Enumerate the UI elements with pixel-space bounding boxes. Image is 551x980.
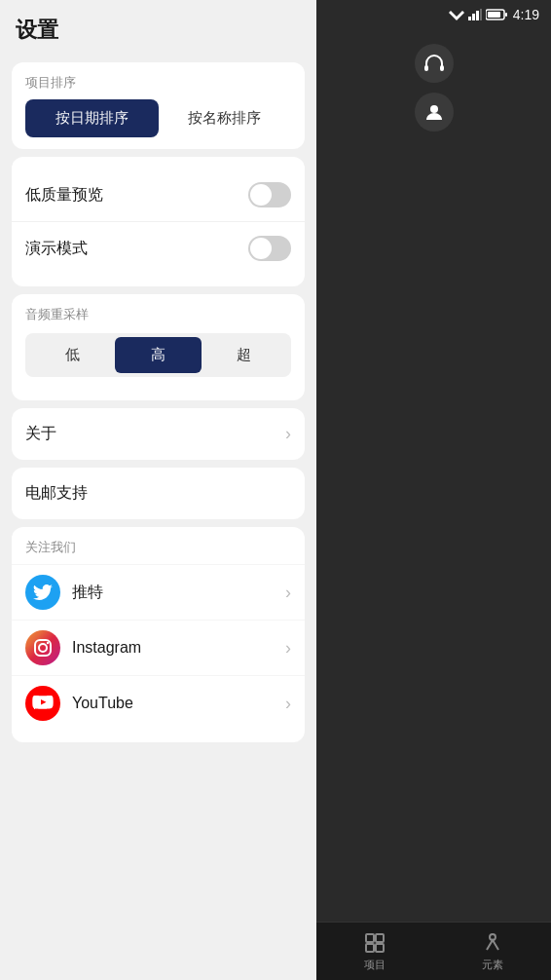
sort-by-date-button[interactable]: 按日期排序	[25, 99, 159, 137]
status-bar: 4:19	[316, 0, 551, 29]
audio-low-button[interactable]: 低	[29, 337, 115, 373]
email-row[interactable]: 电邮支持	[12, 468, 305, 519]
svg-rect-11	[424, 65, 428, 71]
instagram-row[interactable]: Instagram ›	[12, 620, 305, 675]
settings-panel: 设置 项目排序 按日期排序 按名称排序 低质量预览 演示模式 音频重采样 低 高…	[0, 0, 316, 980]
youtube-icon	[25, 686, 60, 721]
toggles-section: 低质量预览 演示模式	[12, 157, 305, 286]
low-quality-toggle[interactable]	[248, 182, 291, 207]
youtube-label: YouTube	[72, 695, 285, 712]
twitter-icon	[25, 575, 60, 610]
demo-mode-toggle[interactable]	[248, 236, 291, 261]
demo-mode-row: 演示模式	[12, 221, 305, 275]
youtube-row[interactable]: YouTube ›	[12, 675, 305, 731]
svg-rect-2	[472, 14, 475, 20]
svg-rect-7	[505, 13, 507, 17]
svg-point-13	[430, 105, 438, 113]
nav-projects-label: 项目	[364, 958, 386, 972]
instagram-icon	[25, 630, 60, 665]
audio-buttons-group: 低 高 超	[25, 333, 291, 377]
headphone-icon-circle[interactable]	[415, 44, 454, 83]
twitter-chevron-icon: ›	[285, 583, 291, 603]
nav-item-projects[interactable]: 项目	[363, 931, 386, 972]
twitter-row[interactable]: 推特 ›	[12, 564, 305, 620]
svg-marker-0	[449, 11, 464, 20]
low-quality-label: 低质量预览	[25, 185, 103, 206]
sort-section: 项目排序 按日期排序 按名称排序	[12, 62, 305, 149]
audio-section: 音频重采样 低 高 超	[12, 294, 305, 400]
svg-rect-16	[366, 944, 374, 952]
audio-high-button[interactable]: 高	[115, 337, 201, 373]
follow-section: 关注我们 推特 › Instagram ›	[12, 527, 305, 742]
audio-ultra-button[interactable]: 超	[202, 337, 287, 373]
about-label: 关于	[25, 424, 56, 444]
audio-section-label: 音频重采样	[25, 306, 291, 323]
sort-section-label: 项目排序	[12, 74, 305, 99]
sort-buttons-group: 按日期排序 按名称排序	[12, 99, 305, 137]
svg-rect-4	[480, 9, 482, 20]
follow-section-label: 关注我们	[12, 539, 305, 564]
status-time: 4:19	[513, 7, 539, 22]
svg-rect-6	[488, 12, 500, 18]
svg-rect-1	[468, 17, 471, 20]
page-title: 设置	[0, 0, 316, 55]
nav-item-elements[interactable]: 元素	[481, 931, 504, 972]
twitter-label: 推特	[72, 583, 285, 603]
sort-by-name-button[interactable]: 按名称排序	[159, 99, 292, 137]
youtube-chevron-icon: ›	[285, 694, 291, 714]
svg-rect-12	[440, 65, 444, 71]
wifi-icon	[449, 9, 464, 20]
bottom-nav: 项目 元素	[316, 922, 551, 980]
signal-icon	[468, 9, 482, 20]
status-icons	[449, 9, 507, 20]
low-quality-row: 低质量预览	[12, 169, 305, 221]
elements-icon	[481, 931, 504, 955]
instagram-chevron-icon: ›	[285, 638, 291, 659]
user-icon-circle[interactable]	[415, 93, 454, 132]
nav-elements-label: 元素	[482, 958, 503, 972]
about-row[interactable]: 关于 ›	[12, 408, 305, 460]
demo-mode-label: 演示模式	[25, 239, 88, 259]
instagram-label: Instagram	[72, 639, 285, 657]
battery-icon	[486, 9, 507, 20]
svg-rect-3	[476, 11, 479, 20]
svg-rect-17	[376, 944, 384, 952]
about-chevron-icon: ›	[285, 424, 291, 444]
right-top-icons	[415, 39, 454, 132]
right-panel: 项目 元素	[316, 0, 551, 980]
projects-icon	[363, 931, 386, 955]
svg-point-10	[47, 642, 49, 644]
svg-rect-15	[376, 934, 384, 942]
email-label: 电邮支持	[25, 483, 88, 504]
svg-point-9	[39, 644, 47, 652]
svg-rect-14	[366, 934, 374, 942]
